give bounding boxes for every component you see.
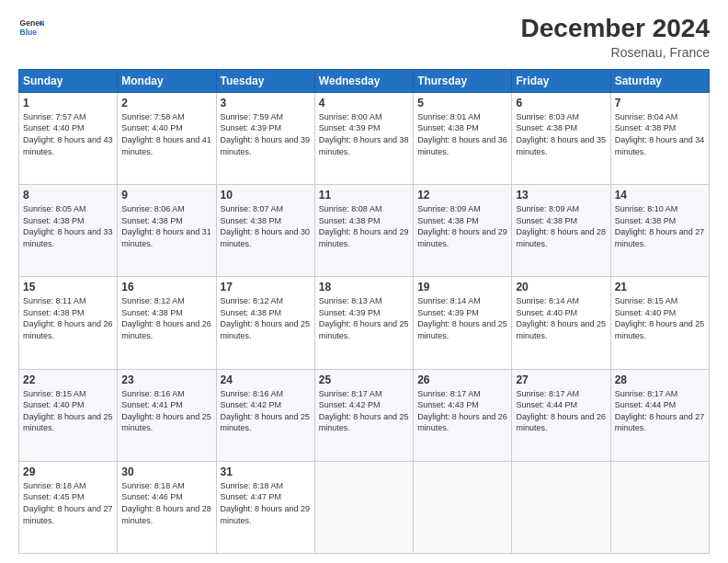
table-row: 30Sunrise: 8:18 AMSunset: 4:46 PMDayligh…	[118, 461, 216, 553]
table-row: 8Sunrise: 8:05 AMSunset: 4:38 PMDaylight…	[19, 185, 118, 277]
table-row: 27Sunrise: 8:17 AMSunset: 4:44 PMDayligh…	[512, 369, 610, 461]
table-row: 7Sunrise: 8:04 AMSunset: 4:38 PMDaylight…	[610, 92, 709, 184]
month-title: December 2024	[521, 15, 710, 43]
table-row: 20Sunrise: 8:14 AMSunset: 4:40 PMDayligh…	[512, 277, 610, 369]
col-wednesday: Wednesday	[314, 69, 413, 92]
col-monday: Monday	[118, 69, 216, 92]
table-row: 23Sunrise: 8:16 AMSunset: 4:41 PMDayligh…	[118, 369, 216, 461]
table-row: 16Sunrise: 8:12 AMSunset: 4:38 PMDayligh…	[118, 277, 216, 369]
table-row: 28Sunrise: 8:17 AMSunset: 4:44 PMDayligh…	[610, 369, 709, 461]
table-row: 24Sunrise: 8:16 AMSunset: 4:42 PMDayligh…	[216, 369, 314, 461]
table-row: 18Sunrise: 8:13 AMSunset: 4:39 PMDayligh…	[314, 277, 413, 369]
location: Rosenau, France	[521, 45, 710, 60]
table-row: 29Sunrise: 8:18 AMSunset: 4:45 PMDayligh…	[19, 461, 118, 553]
header: General Blue December 2024 Rosenau, Fran…	[18, 15, 710, 60]
calendar-page: General Blue December 2024 Rosenau, Fran…	[0, 0, 728, 563]
table-row: 11Sunrise: 8:08 AMSunset: 4:38 PMDayligh…	[314, 185, 413, 277]
table-row: 4Sunrise: 8:00 AMSunset: 4:39 PMDaylight…	[314, 92, 413, 184]
table-row: 25Sunrise: 8:17 AMSunset: 4:42 PMDayligh…	[314, 369, 413, 461]
col-saturday: Saturday	[610, 69, 709, 92]
calendar-table: Sunday Monday Tuesday Wednesday Thursday…	[18, 69, 710, 554]
table-row: 9Sunrise: 8:06 AMSunset: 4:38 PMDaylight…	[118, 185, 216, 277]
table-row	[314, 461, 413, 553]
calendar-week-5: 29Sunrise: 8:18 AMSunset: 4:45 PMDayligh…	[19, 461, 710, 553]
col-thursday: Thursday	[414, 69, 512, 92]
table-row	[512, 461, 610, 553]
table-row: 14Sunrise: 8:10 AMSunset: 4:38 PMDayligh…	[610, 185, 709, 277]
table-row: 2Sunrise: 7:58 AMSunset: 4:40 PMDaylight…	[118, 92, 216, 184]
calendar-week-3: 15Sunrise: 8:11 AMSunset: 4:38 PMDayligh…	[19, 277, 710, 369]
table-row: 12Sunrise: 8:09 AMSunset: 4:38 PMDayligh…	[414, 185, 512, 277]
col-friday: Friday	[512, 69, 610, 92]
table-row	[610, 461, 709, 553]
svg-text:Blue: Blue	[20, 28, 38, 37]
calendar-week-4: 22Sunrise: 8:15 AMSunset: 4:40 PMDayligh…	[19, 369, 710, 461]
table-row: 31Sunrise: 8:18 AMSunset: 4:47 PMDayligh…	[216, 461, 314, 553]
table-row: 13Sunrise: 8:09 AMSunset: 4:38 PMDayligh…	[512, 185, 610, 277]
calendar-header-row: Sunday Monday Tuesday Wednesday Thursday…	[19, 69, 710, 92]
table-row: 15Sunrise: 8:11 AMSunset: 4:38 PMDayligh…	[19, 277, 118, 369]
logo-icon: General Blue	[18, 15, 44, 40]
table-row: 3Sunrise: 7:59 AMSunset: 4:39 PMDaylight…	[216, 92, 314, 184]
table-row: 6Sunrise: 8:03 AMSunset: 4:38 PMDaylight…	[512, 92, 610, 184]
table-row: 5Sunrise: 8:01 AMSunset: 4:38 PMDaylight…	[414, 92, 512, 184]
calendar-week-1: 1Sunrise: 7:57 AMSunset: 4:40 PMDaylight…	[19, 92, 710, 184]
col-sunday: Sunday	[19, 69, 118, 92]
table-row	[414, 461, 512, 553]
title-block: December 2024 Rosenau, France	[521, 15, 710, 60]
table-row: 1Sunrise: 7:57 AMSunset: 4:40 PMDaylight…	[19, 92, 118, 184]
table-row: 22Sunrise: 8:15 AMSunset: 4:40 PMDayligh…	[19, 369, 118, 461]
table-row: 10Sunrise: 8:07 AMSunset: 4:38 PMDayligh…	[216, 185, 314, 277]
table-row: 17Sunrise: 8:12 AMSunset: 4:38 PMDayligh…	[216, 277, 314, 369]
table-row: 21Sunrise: 8:15 AMSunset: 4:40 PMDayligh…	[610, 277, 709, 369]
calendar-week-2: 8Sunrise: 8:05 AMSunset: 4:38 PMDaylight…	[19, 185, 710, 277]
table-row: 26Sunrise: 8:17 AMSunset: 4:43 PMDayligh…	[414, 369, 512, 461]
table-row: 19Sunrise: 8:14 AMSunset: 4:39 PMDayligh…	[414, 277, 512, 369]
logo: General Blue	[18, 15, 44, 40]
col-tuesday: Tuesday	[216, 69, 314, 92]
